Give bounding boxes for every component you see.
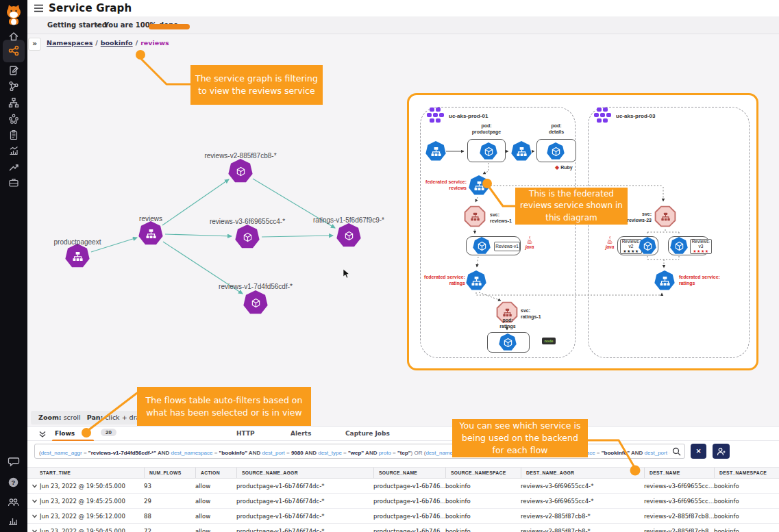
query-token: = [285, 450, 291, 456]
cluster-icon [427, 107, 445, 124]
table-row[interactable]: Jun 23, 2022 @ 19:50:45.00072allowproduc… [27, 524, 779, 532]
callout-flows-table: The flows table auto-filters based on wh… [137, 387, 311, 426]
table-row[interactable]: Jun 23, 2022 @ 19:56:12.00088allowproduc… [27, 509, 779, 524]
table-cell: productpage-v1-6b746f74dc-* [236, 513, 373, 520]
table-cell: allow [195, 513, 236, 520]
table-cell: bookinfo [714, 528, 779, 532]
java-logo: java [602, 236, 617, 249]
graph-node-label: reviews-v2-885f87cb8-* [182, 152, 299, 160]
table-cell: reviews-v3-6f69655cc4-* [521, 483, 644, 490]
search-icon[interactable] [672, 447, 681, 456]
mouse-cursor [343, 268, 351, 279]
column-header-dest_name[interactable]: DEST_NAME [644, 468, 714, 478]
flows-table-header: START_TIMENUM_FLOWSACTIONSOURCE_NAME_AGG… [27, 467, 779, 479]
cluster-name: uc-aks-prod-01 [449, 113, 488, 121]
table-cell: 93 [144, 483, 195, 490]
column-header-action[interactable]: ACTION [195, 468, 236, 478]
cluster-icon [594, 107, 612, 124]
column-header-dest_name_aggr[interactable]: DEST_NAME_AGGR [521, 468, 644, 478]
zoom-label: Zoom: [38, 414, 62, 421]
column-header-source_name_aggr[interactable]: SOURCE_NAME_AGGR [236, 468, 373, 478]
table-cell: productpage-v1-6b746f74dc-* [236, 498, 373, 505]
cluster-name: uc-aks-prod-03 [616, 113, 655, 121]
table-cell: productpage-v1-6b746… [373, 528, 445, 532]
query-token: AND [156, 450, 171, 456]
federated-reviews-label: federated service: reviews [415, 179, 467, 192]
table-cell: bookinfo [445, 513, 521, 520]
tab-alerts[interactable]: Alerts [290, 430, 311, 437]
table-row[interactable]: Jun 23, 2022 @ 19:45:25.00029allowproduc… [27, 494, 779, 509]
query-token: = [342, 450, 348, 456]
query-token: AND [630, 450, 644, 456]
table-cell: productpage-v1-6b746f74dc-* [236, 483, 373, 490]
tab-http[interactable]: HTTP [236, 430, 255, 437]
query-token: dest_namespace [171, 450, 213, 456]
reviews-v2-label: Reviews-v2★★★★ [620, 239, 642, 254]
column-header-dest_namespace[interactable]: DEST_NAMESPACE [714, 468, 779, 478]
stars-black: ★★★★ [623, 249, 639, 254]
row-expand-chevron-icon[interactable] [27, 483, 40, 489]
table-row[interactable]: Jun 23, 2022 @ 19:50:45.00093allowproduc… [27, 479, 779, 494]
graph-node-label: reviews-v1-7d4fd56cdf-* [197, 283, 314, 290]
query-token: "reviews-v1-7d4fd56cdf-*" [88, 450, 156, 456]
clear-filter-button[interactable]: ✕ [691, 444, 706, 459]
collapse-panel-icon[interactable] [38, 430, 47, 438]
app-window: ? Service Graph Getting started You are … [0, 0, 779, 532]
query-token: proto [379, 450, 391, 456]
table-cell: allow [195, 528, 236, 532]
table-cell: 72 [144, 528, 195, 532]
column-header-source_name[interactable]: SOURCE_NAME [373, 468, 445, 478]
table-cell: bookinfo [714, 513, 779, 520]
tab-capture-jobs[interactable]: Capture Jobs [345, 430, 390, 437]
table-cell: Jun 23, 2022 @ 19:50:45.000 [40, 483, 144, 490]
reviews-v1-label: Reviews-v1 [494, 242, 520, 251]
pod-ratings-label: pod: ratings [486, 317, 530, 330]
table-cell: productpage-v1-6b746f74dc-* [236, 528, 373, 532]
zoom-value: scroll [62, 414, 87, 421]
table-cell: reviews-v3-6f69655cc… [644, 483, 714, 490]
architecture-diagram: uc-aks-prod-01 uc-aks-prod-03 pod: produ… [407, 93, 758, 370]
table-cell: bookinfo [445, 528, 521, 532]
row-expand-chevron-icon[interactable] [27, 498, 40, 504]
row-expand-chevron-icon[interactable] [27, 513, 40, 519]
table-cell: bookinfo [714, 483, 779, 490]
graph-node-label: productpageext [19, 238, 136, 246]
table-cell: 29 [144, 498, 195, 505]
query-token: = [391, 450, 397, 456]
ruby-logo: ◆Ruby [555, 164, 573, 170]
column-header-source_namespace[interactable]: SOURCE_NAMESPACE [445, 468, 521, 478]
flows-count-badge: 20 [101, 429, 116, 436]
query-token: dest_name_aggr [41, 450, 82, 456]
table-cell: productpage-v1-6b746… [373, 483, 445, 490]
nodejs-logo: node [542, 338, 556, 344]
table-cell: reviews-v2-885f87cb8… [644, 528, 714, 532]
column-header-num_flows[interactable]: NUM_FLOWS [144, 468, 195, 478]
pod-productpage-label: pod: productpage [466, 123, 507, 136]
query-token: = [82, 450, 88, 456]
user-filter-button[interactable] [713, 444, 730, 459]
pan-label: Pan: [87, 414, 103, 421]
query-token: ) OR ( [411, 450, 426, 456]
column-header-start_time[interactable]: START_TIME [40, 470, 144, 475]
query-token: dest_port [262, 450, 284, 456]
table-cell: reviews-v3-6f69655cc… [644, 498, 714, 505]
table-cell: Jun 23, 2022 @ 19:56:12.000 [40, 513, 144, 520]
query-token: AND [247, 450, 262, 456]
table-cell: reviews-v3-6f69655cc4-* [521, 498, 644, 505]
query-token: 9080 [291, 450, 304, 456]
table-cell: reviews-v2-885f87cb8-* [521, 528, 644, 532]
table-cell: Jun 23, 2022 @ 19:45:25.000 [40, 498, 144, 505]
query-token: = [212, 450, 219, 456]
federated-ratings-label: federated service: ratings [415, 274, 465, 287]
tab-flows[interactable]: Flows [55, 430, 75, 437]
table-cell: productpage-v1-6b746… [373, 513, 445, 520]
bottom-panel-tabs: Flows 20 HTTP Alerts Capture Jobs [27, 426, 779, 441]
query-token: "wep" [348, 450, 364, 456]
graph-node-label: ratings-v1-5f6d67f9c9-* [290, 216, 407, 224]
row-expand-chevron-icon[interactable] [27, 528, 40, 532]
callout-filtering: The service graph is filtering to view t… [190, 65, 323, 105]
table-cell: Jun 23, 2022 @ 19:50:45.000 [40, 528, 144, 532]
query-token: AND [304, 450, 318, 456]
query-token: dest_type [318, 450, 342, 456]
query-token: "bookinfo" [602, 450, 630, 456]
